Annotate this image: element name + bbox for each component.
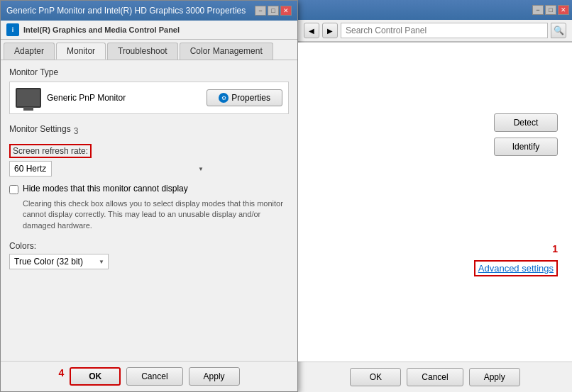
right-panel: − □ ✕ ◀ ▶ 🔍 Detect Identify 1 Advanced s…: [298, 0, 572, 392]
colors-section: Colors: True Color (32 bit) 256 Colors H…: [9, 241, 289, 269]
monitor-info: Generic PnP Monitor: [16, 88, 126, 108]
colors-dropdown-wrapper: True Color (32 bit) 256 Colors High Colo…: [9, 254, 109, 269]
step-1-badge: 1: [552, 243, 558, 254]
right-close-button[interactable]: ✕: [558, 5, 569, 15]
colors-label: Colors:: [9, 241, 289, 251]
tab-troubleshoot[interactable]: Troubleshoot: [107, 43, 178, 60]
monitor-settings-title: Monitor Settings: [9, 124, 71, 134]
cancel-button[interactable]: Cancel: [126, 367, 182, 386]
detect-button[interactable]: Detect: [494, 113, 558, 132]
hint-text: Clearing this check box allows you to se…: [23, 198, 289, 231]
right-footer: OK Cancel Apply: [298, 362, 572, 392]
back-button[interactable]: ◀: [304, 23, 319, 38]
ok-button[interactable]: OK: [70, 367, 121, 386]
colors-dropdown[interactable]: True Color (32 bit) 256 Colors High Colo…: [9, 254, 109, 269]
monitor-settings-header: Monitor Settings 3: [9, 124, 289, 138]
right-apply-button[interactable]: Apply: [469, 368, 520, 386]
intel-header: i Intel(R) Graphics and Media Control Pa…: [1, 21, 297, 40]
tab-adapter[interactable]: Adapter: [4, 43, 55, 60]
intel-label: Intel(R) Graphics and Media Control Pane…: [23, 26, 180, 34]
tab-monitor[interactable]: Monitor: [56, 43, 106, 60]
step-3-badge: 3: [74, 126, 79, 136]
identify-button[interactable]: Identify: [494, 138, 558, 156]
forward-button[interactable]: ▶: [322, 23, 338, 38]
refresh-rate-row: 60 Hertz 59 Hertz 75 Hertz: [9, 161, 289, 177]
intel-icon: i: [6, 23, 19, 36]
search-icon[interactable]: 🔍: [551, 23, 566, 38]
refresh-rate-dropdown[interactable]: 60 Hertz 59 Hertz 75 Hertz: [9, 161, 52, 177]
hide-modes-label: Hide modes that this monitor cannot disp…: [23, 184, 188, 194]
monitor-row: Generic PnP Monitor ⚙ Properties: [16, 88, 282, 108]
dialog-content: Monitor Type Generic PnP Monitor ⚙ Prope…: [1, 60, 297, 361]
right-toolbar: ◀ ▶ 🔍: [298, 20, 572, 43]
monitor-name: Generic PnP Monitor: [47, 93, 126, 103]
monitor-type-section: Generic PnP Monitor ⚙ Properties: [9, 82, 289, 114]
right-titlebar: − □ ✕: [298, 0, 572, 20]
step-4-badge: 4: [58, 367, 64, 386]
monitor-type-title: Monitor Type: [9, 67, 289, 77]
right-maximize-button[interactable]: □: [545, 5, 556, 15]
hide-modes-checkbox[interactable]: [9, 185, 18, 194]
maximize-button[interactable]: □: [268, 6, 279, 16]
close-button[interactable]: ✕: [280, 6, 292, 16]
search-input[interactable]: [341, 23, 548, 38]
props-icon: ⚙: [219, 93, 229, 103]
tab-color-management[interactable]: Color Management: [180, 43, 273, 60]
title-bar-left: Generic PnP Monitor and Intel(R) HD Grap…: [6, 6, 246, 16]
title-bar: Generic PnP Monitor and Intel(R) HD Grap…: [1, 1, 297, 21]
left-dialog: Generic PnP Monitor and Intel(R) HD Grap…: [0, 0, 298, 392]
tab-bar: Adapter Monitor Troubleshoot Color Manag…: [1, 40, 297, 60]
properties-button[interactable]: ⚙ Properties: [207, 89, 282, 106]
right-minimize-button[interactable]: −: [532, 5, 544, 15]
dialog-title: Generic PnP Monitor and Intel(R) HD Grap…: [6, 6, 246, 16]
right-content: Detect Identify 1 Advanced settings: [298, 43, 572, 362]
dialog-footer: 4 OK Cancel Apply: [1, 361, 297, 391]
refresh-rate-wrapper: 60 Hertz 59 Hertz 75 Hertz: [9, 161, 208, 177]
title-bar-controls: − □ ✕: [255, 6, 292, 16]
hide-modes-row: Hide modes that this monitor cannot disp…: [9, 184, 289, 194]
right-cancel-button[interactable]: Cancel: [407, 368, 463, 386]
apply-button[interactable]: Apply: [189, 367, 240, 386]
advanced-settings-link[interactable]: Advanced settings: [474, 260, 558, 276]
advanced-link-container: 1 Advanced settings: [474, 243, 558, 276]
right-ok-button[interactable]: OK: [350, 368, 401, 386]
screen-refresh-label: Screen refresh rate:: [9, 144, 92, 158]
monitor-icon: [16, 88, 41, 108]
minimize-button[interactable]: −: [255, 6, 266, 16]
right-buttons: Detect Identify: [494, 113, 558, 156]
